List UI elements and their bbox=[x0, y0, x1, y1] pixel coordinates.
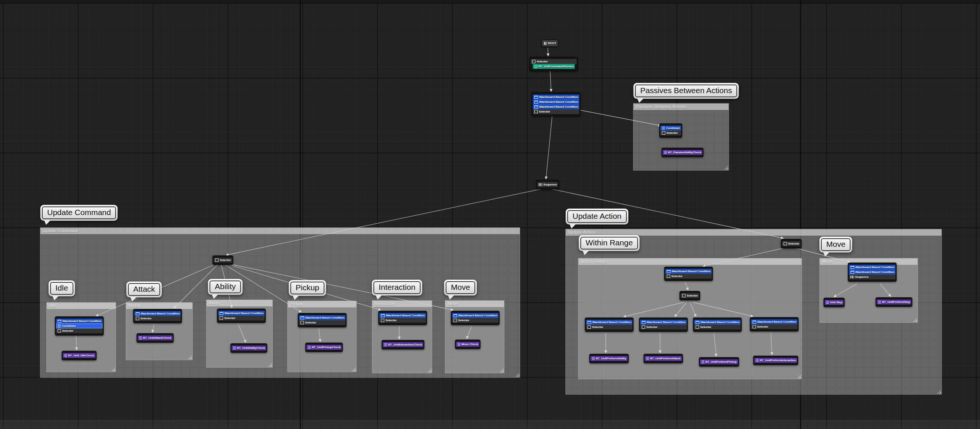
comment-bubble-move-action[interactable]: Move bbox=[819, 237, 852, 253]
comment-bubble-interaction[interactable]: Interaction bbox=[372, 280, 422, 296]
node-row-task[interactable]: BT_UnitPerformInteraction bbox=[754, 358, 797, 363]
bt-node-idle-task[interactable]: BT_Unit_IdleCheck bbox=[62, 351, 97, 360]
node-row-decorator[interactable]: Blackboard Based Condition bbox=[586, 320, 632, 325]
node-row-decorator[interactable]: Blackboard Based Condition bbox=[56, 319, 103, 324]
bt-node-wr-interaction-node[interactable]: Blackboard Based ConditionSelector bbox=[750, 317, 799, 331]
node-row-composite[interactable]: Selector bbox=[751, 324, 797, 329]
node-row-decorator[interactable]: Blackboard Based Condition bbox=[849, 270, 896, 275]
node-row-rootrow[interactable]: ROOT bbox=[542, 41, 557, 46]
comment-bubble-update-command[interactable]: Update Command bbox=[40, 205, 118, 221]
node-row-label: Selector bbox=[62, 329, 73, 332]
node-row-task[interactable]: Move Check bbox=[456, 342, 479, 347]
node-row-task[interactable]: BT_UnitPerformAttack bbox=[645, 356, 682, 361]
bt-node-unit-step-task[interactable]: Unit Step bbox=[824, 298, 845, 307]
node-row-decorator[interactable]: Blackboard Based Condition bbox=[452, 313, 498, 318]
node-row-composite[interactable]: Selector bbox=[531, 59, 577, 64]
bt-node-wr-attack-task[interactable]: BT_UnitPerformAttack bbox=[644, 354, 683, 363]
node-row-decorator[interactable]: Blackboard Based Condition bbox=[694, 320, 741, 325]
node-row-decorator[interactable]: Blackboard Based Condition bbox=[849, 265, 896, 270]
bt-node-idle-node[interactable]: Blackboard Based ConditionCooldownSelect… bbox=[55, 316, 103, 335]
node-row-decorator[interactable]: Cooldown bbox=[56, 324, 103, 328]
node-row-composite[interactable]: Selector bbox=[379, 318, 426, 323]
bt-node-ability-node[interactable]: Blackboard Based ConditionSelector bbox=[217, 308, 266, 323]
comment-bubble-within-range[interactable]: Within Range bbox=[579, 235, 640, 251]
bt-node-pickup-node[interactable]: Blackboard Based ConditionSelector bbox=[298, 313, 347, 327]
node-row-composite[interactable]: Selector bbox=[640, 325, 687, 329]
bt-node-wr-interaction-task[interactable]: BT_UnitPerformInteraction bbox=[753, 356, 798, 365]
bt-node-wr-pickup-task[interactable]: BT_UnitPerformPickup bbox=[699, 357, 739, 367]
node-row-task[interactable]: BT_UnitPickupCheck bbox=[307, 345, 342, 350]
bt-node-interaction-node[interactable]: Blackboard Based ConditionSelector bbox=[378, 311, 427, 325]
node-row-decorator[interactable]: Blackboard Based Condition bbox=[665, 269, 712, 274]
behavior-tree-graph-canvas[interactable]: Update CommandUpdate ActionPassives Betw… bbox=[0, 0, 980, 429]
bt-node-within-range-selector[interactable]: Selector bbox=[679, 291, 700, 300]
node-row-decorator[interactable]: Blackboard Based Condition bbox=[533, 100, 579, 104]
node-row-composite[interactable]: Selector bbox=[56, 328, 103, 333]
comment-bubble-idle[interactable]: Idle bbox=[49, 281, 75, 296]
node-row-decorator[interactable]: Blackboard Based Condition bbox=[134, 311, 181, 316]
bt-node-command-selector[interactable]: Selector bbox=[213, 256, 233, 265]
bt-node-wr-attack-node[interactable]: Blackboard Based ConditionSelector bbox=[639, 318, 688, 332]
node-row-task[interactable]: BT_Unit_IdleCheck bbox=[63, 353, 95, 358]
comment-bubble-attack[interactable]: Attack bbox=[126, 282, 162, 297]
bt-node-attack-task[interactable]: BT_UnitAttackCheck bbox=[137, 333, 173, 343]
node-row-composite[interactable]: Selector bbox=[665, 274, 712, 279]
bt-node-command-conditions[interactable]: Blackboard Based ConditionBlackboard Bas… bbox=[532, 92, 581, 116]
node-row-composite[interactable]: Sequence bbox=[537, 182, 558, 187]
node-row-composite[interactable]: Selector bbox=[782, 241, 800, 246]
node-row-composite[interactable]: Selector bbox=[586, 325, 632, 329]
node-row-composite[interactable]: Sequence bbox=[849, 275, 896, 280]
node-row-composite[interactable]: Selector bbox=[214, 258, 232, 262]
node-row-composite[interactable]: Selector bbox=[694, 325, 741, 329]
bt-node-sequence[interactable]: Sequence bbox=[536, 180, 559, 189]
node-row-task[interactable]: Unit Step bbox=[825, 300, 843, 305]
bt-node-wr-ability-node[interactable]: Blackboard Based ConditionSelector bbox=[585, 318, 633, 332]
bt-node-top-selector[interactable]: SelectorBT_UnitCommandService bbox=[530, 57, 578, 71]
node-row-decorator[interactable]: Blackboard Based Condition bbox=[751, 319, 797, 324]
node-row-composite[interactable]: Selector bbox=[218, 316, 264, 321]
comment-bubble-move-command[interactable]: Move bbox=[444, 280, 477, 296]
node-row-composite[interactable]: Selector bbox=[660, 130, 681, 135]
bt-node-passives-cooldown[interactable]: CooldownSelector bbox=[659, 124, 682, 138]
bt-node-wr-ability-task[interactable]: BT_UnitPerformAbility bbox=[589, 354, 628, 363]
node-row-task[interactable]: BT_PassiveAbilityCheck bbox=[663, 150, 702, 155]
bt-node-root[interactable]: ROOT bbox=[541, 40, 558, 47]
comment-bubble-update-action[interactable]: Update Action bbox=[566, 209, 628, 224]
bt-node-attack-node[interactable]: Blackboard Based ConditionSelector bbox=[133, 309, 182, 323]
node-row-task[interactable]: BT_UnitPerformAbility bbox=[590, 356, 627, 361]
node-row-decorator[interactable]: Cooldown bbox=[660, 126, 681, 130]
task-icon bbox=[826, 301, 829, 304]
comment-bubble-passives-between-actions[interactable]: Passives Between Actions bbox=[633, 83, 739, 99]
bt-node-interaction-task[interactable]: BT_UnitInteractionCheck bbox=[382, 340, 424, 350]
selector-icon bbox=[682, 294, 686, 297]
bt-node-move-action-node[interactable]: Blackboard Based ConditionBlackboard Bas… bbox=[848, 262, 897, 282]
node-row-composite[interactable]: Selector bbox=[452, 318, 498, 323]
node-row-decorator[interactable]: Blackboard Based Condition bbox=[218, 311, 264, 316]
node-row-composite[interactable]: Selector bbox=[681, 293, 699, 298]
node-row-task[interactable]: BT_UnitInteractionCheck bbox=[383, 342, 423, 347]
bt-node-within-range-condition[interactable]: Blackboard Based ConditionSelector bbox=[664, 267, 713, 281]
node-row-task[interactable]: BT_UnitPerformPickup bbox=[700, 359, 738, 364]
bt-node-ability-task[interactable]: BT_UnitAbilityCheck bbox=[231, 343, 267, 353]
comment-bubble-pickup[interactable]: Pickup bbox=[289, 280, 326, 296]
bt-node-wr-pickup-node[interactable]: Blackboard Based ConditionSelector bbox=[693, 318, 741, 332]
bt-node-move-cmd-node[interactable]: Blackboard Based ConditionSelector bbox=[451, 311, 500, 325]
node-row-decorator[interactable]: Blackboard Based Condition bbox=[533, 95, 579, 100]
node-row-decorator[interactable]: Blackboard Based Condition bbox=[640, 320, 687, 325]
bt-node-perform-step-task[interactable]: BT_UnitPerformStep bbox=[876, 297, 912, 307]
node-row-decorator[interactable]: Blackboard Based Condition bbox=[299, 315, 345, 320]
node-row-composite[interactable]: Selector bbox=[533, 109, 579, 114]
bt-node-action-selector[interactable]: Selector bbox=[781, 239, 802, 248]
bt-node-pickup-task[interactable]: BT_UnitPickupCheck bbox=[305, 343, 343, 352]
node-row-decorator[interactable]: Blackboard Based Condition bbox=[379, 313, 426, 318]
bt-node-passives-task[interactable]: BT_PassiveAbilityCheck bbox=[662, 148, 703, 157]
bt-node-move-cmd-task[interactable]: Move Check bbox=[455, 340, 480, 349]
node-row-service[interactable]: BT_UnitCommandService bbox=[533, 64, 575, 69]
node-row-composite[interactable]: Selector bbox=[299, 320, 345, 325]
comment-bubble-ability[interactable]: Ability bbox=[208, 279, 242, 295]
node-row-decorator[interactable]: Blackboard Based Condition bbox=[533, 104, 579, 109]
node-row-task[interactable]: BT_UnitPerformStep bbox=[877, 300, 911, 305]
node-row-task[interactable]: BT_UnitAbilityCheck bbox=[232, 346, 266, 350]
node-row-composite[interactable]: Selector bbox=[134, 316, 181, 321]
node-row-task[interactable]: BT_UnitAttackCheck bbox=[138, 335, 172, 340]
